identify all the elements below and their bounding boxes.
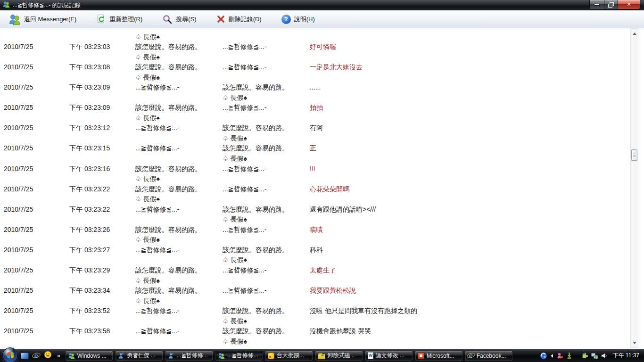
messenger-buddies-icon xyxy=(2,0,10,10)
internet-explorer-icon xyxy=(468,352,474,359)
messenger-buddies-icon xyxy=(8,13,21,25)
log-row: 2010/7/25下午 03:23:27...≧哲修修≦...-該怎麼說。容易的… xyxy=(0,245,625,265)
hide-icons-chevron[interactable] xyxy=(551,354,553,358)
system-tray: 下午 11:37 xyxy=(540,352,644,360)
log-from: 該怎麼說。容易的路。♤ 長假♠ xyxy=(135,62,223,82)
ptt-icon xyxy=(268,353,274,359)
log-message: 我要跟黃松松說 xyxy=(310,286,625,296)
close-button[interactable] xyxy=(618,0,640,9)
messenger-status-tray-icon[interactable] xyxy=(556,352,563,359)
minimize-button[interactable] xyxy=(589,0,604,9)
log-date: 2010/7/25 xyxy=(0,306,69,316)
log-time: 下午 03:23:34 xyxy=(69,286,135,296)
log-time: 下午 03:23:08 xyxy=(69,62,135,73)
taskbar-button-messenger-main[interactable]: Windows ... xyxy=(65,351,113,361)
search-button[interactable]: 搜尋(S) xyxy=(159,14,199,25)
log-message: 好可憐喔 xyxy=(310,42,625,52)
log-to: 該怎麼說。容易的路。♤ 長假♠ xyxy=(223,82,310,103)
log-time: 下午 03:23:15 xyxy=(69,143,135,154)
log-from: 該怎麼說。容易的路。♤ 長假♠ xyxy=(135,225,223,245)
log-to: 該怎麼說。容易的路。♤ 長假♠ xyxy=(223,143,310,164)
taskbar-buttons: Windows ... 勇者仁傑 ... ...≧哲修修... ...≧哲修修.… xyxy=(65,351,513,361)
log-row: 2010/7/25下午 03:23:09...≧哲修修≦...-該怎麼說。容易的… xyxy=(0,82,625,103)
taskbar-button-chat-2[interactable]: ...≧哲修修... xyxy=(165,351,213,361)
log-time: 下午 03:23:29 xyxy=(69,265,135,276)
taskbar-button-ptt[interactable]: 台大批踢... xyxy=(265,351,313,361)
log-to: ...≧哲修修≦...- xyxy=(223,184,310,195)
taskbar-button-facebook[interactable]: Facebook... xyxy=(465,351,513,361)
log-time: 下午 03:23:27 xyxy=(69,245,135,255)
log-to: 該怎麼說。容易的路。♤ 長假♠ xyxy=(223,123,310,143)
log-message: ...... xyxy=(310,82,625,93)
log-date: 2010/7/25 xyxy=(0,82,69,93)
log-date: 2010/7/25 xyxy=(0,62,69,73)
log-row: 2010/7/25下午 03:23:26該怎麼說。容易的路。♤ 長假♠...≧哲… xyxy=(0,225,625,245)
start-button[interactable] xyxy=(2,347,18,362)
word-document-icon xyxy=(368,352,373,359)
log-from: 該怎麼說。容易的路。♤ 長假♠ xyxy=(135,164,223,184)
window-title: ...≧哲修修≦...- 的訊息記錄 xyxy=(13,1,80,9)
taskbar-clock[interactable]: 下午 11:37 xyxy=(613,352,639,360)
taskbar: » Windows ... 勇者仁傑 ... ...≧哲修修... ...≧哲修… xyxy=(0,349,644,362)
log-row: 2010/7/25下午 03:23:08該怎麼說。容易的路。♤ 長假♠...≧哲… xyxy=(0,62,625,82)
log-date: 2010/7/25 xyxy=(0,164,69,174)
log-message: 沒機會跟他攀談 哭哭 xyxy=(310,326,625,337)
messenger-buddy-icon xyxy=(168,353,174,359)
taskbar-button-word[interactable]: 論文修改 ... xyxy=(365,351,413,361)
log-from: ...≧哲修修≦...- xyxy=(135,205,223,215)
log-from: ...≧哲修修≦...- xyxy=(135,326,223,337)
log-message: 太處生了 xyxy=(310,265,625,276)
network-tray-icon[interactable] xyxy=(591,352,598,360)
messenger-buddies-icon xyxy=(218,352,225,359)
log-row: 2010/7/25下午 03:23:22該怎麼說。容易的路。♤ 長假♠...≧哲… xyxy=(0,184,625,205)
delete-history-button[interactable]: 刪除記錄(D) xyxy=(214,14,264,24)
log-time: 下午 03:23:22 xyxy=(69,205,135,215)
log-message: 拍拍 xyxy=(310,103,625,113)
log-from: ...≧哲修修≦...- xyxy=(135,123,223,133)
log-from: ...≧哲修修≦...- xyxy=(135,306,223,316)
log-time: 下午 03:23:03 xyxy=(69,42,135,52)
powerpoint-icon xyxy=(418,353,424,359)
taskbar-button-powerpoint[interactable]: Microsoft... xyxy=(415,351,463,361)
log-to: ...≧哲修修≦...- xyxy=(223,265,310,276)
log-message: 還有跟他講的話唷></// xyxy=(310,205,625,215)
internet-explorer-icon[interactable] xyxy=(33,352,40,359)
scroll-down-arrow[interactable] xyxy=(631,339,638,346)
log-date: 2010/7/25 xyxy=(0,265,69,276)
message-history-pane: ♤ 長假♠ 2010/7/25下午 03:23:03該怎麼說。容易的路。♤ 長假… xyxy=(0,28,644,349)
messenger-buddy-icon xyxy=(118,353,124,359)
taskbar-button-message-history[interactable]: ...≧哲修修... xyxy=(215,351,263,361)
message-log: ♤ 長假♠ 2010/7/25下午 03:23:03該怎麼說。容易的路。♤ 長假… xyxy=(0,32,625,346)
volume-tray-icon[interactable] xyxy=(601,352,608,359)
toolbar: 返回 Messenger(E) 重新整理(R) 搜尋(S) 刪除記錄(D) 說明… xyxy=(0,10,644,28)
refresh-button[interactable]: 重新整理(R) xyxy=(93,14,145,25)
taskbar-button-chat-1[interactable]: 勇者仁傑 ... xyxy=(115,351,163,361)
log-row: 2010/7/25下午 03:23:09該怎麼說。容易的路。♤ 長假♠...≧哲… xyxy=(0,103,625,123)
log-from: 該怎麼說。容易的路。♤ 長假♠ xyxy=(135,286,223,306)
blue-swirl-tray-icon[interactable] xyxy=(540,352,547,360)
back-to-messenger-button[interactable]: 返回 Messenger(E) xyxy=(6,13,79,26)
refresh-icon xyxy=(96,14,106,24)
restore-button[interactable] xyxy=(604,0,618,9)
log-message: 沒啦 他只是問我車有沒有跑掉之類的 xyxy=(310,306,625,316)
power-plug-tray-icon[interactable] xyxy=(581,352,588,359)
log-from: ...≧哲修修≦...- xyxy=(135,82,223,93)
help-button[interactable]: 說明(H) xyxy=(279,14,318,25)
smiley-icon[interactable] xyxy=(44,351,52,361)
search-label: 搜尋(S) xyxy=(176,15,196,24)
scroll-up-arrow[interactable] xyxy=(631,30,638,37)
scrollbar-thumb[interactable] xyxy=(631,149,637,161)
log-row: 2010/7/25下午 03:23:29該怎麼說。容易的路。♤ 長假♠...≧哲… xyxy=(0,265,625,286)
quick-launch-overflow-chevron[interactable]: » xyxy=(57,353,60,359)
log-row: 2010/7/25下午 03:23:22...≧哲修修≦...-該怎麼說。容易的… xyxy=(0,205,625,225)
log-row-partial: ♤ 長假♠ xyxy=(0,32,625,42)
log-row: 2010/7/25下午 03:23:58...≧哲修修≦...-該怎麼說。容易的… xyxy=(0,326,625,346)
delete-history-label: 刪除記錄(D) xyxy=(229,15,262,24)
taskbar-button-removable-disk[interactable]: 卸除式磁... xyxy=(315,351,363,361)
vertical-scrollbar[interactable] xyxy=(630,28,638,348)
log-time: 下午 03:23:09 xyxy=(69,103,135,113)
show-desktop-icon[interactable] xyxy=(21,353,29,359)
log-date: 2010/7/25 xyxy=(0,103,69,113)
safely-remove-hardware-icon[interactable] xyxy=(566,352,573,359)
log-date: 2010/7/25 xyxy=(0,205,69,215)
